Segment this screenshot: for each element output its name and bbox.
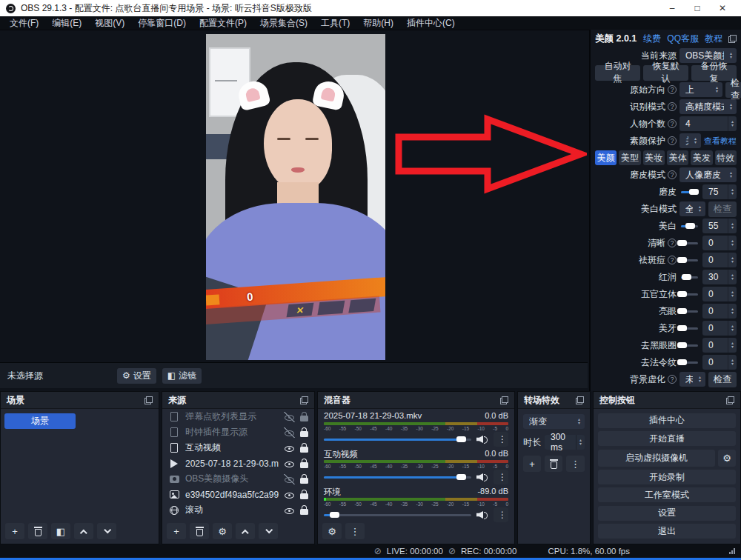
spot-removal-slider[interactable]	[679, 259, 700, 261]
help-icon[interactable]: ?	[668, 239, 677, 247]
autofocus-button[interactable]: 自动对焦	[595, 65, 640, 81]
menu-scene-collection[interactable]: 场景集合(S)	[253, 16, 314, 30]
orientation-check-button[interactable]: 检查	[725, 82, 741, 98]
dark-circle-slider[interactable]	[679, 344, 700, 347]
eye-icon[interactable]	[284, 505, 295, 516]
popout-icon[interactable]	[500, 396, 508, 404]
eye-off-icon[interactable]	[284, 427, 295, 438]
nasolabial-slider[interactable]	[679, 361, 700, 364]
clarity-value-spinner[interactable]: 0▴▾	[702, 236, 737, 250]
help-icon[interactable]: ?	[668, 119, 677, 128]
start-virtual-camera-button[interactable]: 启动虚拟摄像机	[598, 450, 715, 467]
spinner-arrows-icon[interactable]: ▴▾	[576, 435, 585, 450]
restore-default-button[interactable]: 恢复默认	[643, 65, 688, 81]
close-button[interactable]: ✕	[710, 0, 735, 16]
teeth-value-spinner[interactable]: 0▴▾	[702, 321, 737, 336]
source-row[interactable]: 2025-07-18 21-29-03.mkv	[162, 456, 314, 471]
source-row[interactable]: OBS美颜摄像头	[162, 471, 314, 487]
advanced-audio-button[interactable]: ⚙	[322, 523, 342, 539]
menu-edit[interactable]: 编辑(E)	[45, 16, 88, 30]
contour-value-spinner[interactable]: 0▴▾	[702, 287, 737, 301]
start-streaming-button[interactable]: 开始直播	[598, 431, 736, 446]
menu-view[interactable]: 视图(V)	[88, 16, 131, 30]
tab-effects[interactable]: 特效	[715, 150, 737, 165]
rosy-value-spinner[interactable]: 30▴▾	[702, 270, 737, 284]
spinner-arrows-icon[interactable]: ▴▾	[728, 116, 737, 131]
menu-tools[interactable]: 工具(T)	[314, 16, 356, 30]
bright-eyes-value-spinner[interactable]: 0▴▾	[702, 304, 737, 319]
smooth-mode-select[interactable]: 人像磨皮 ▴▾	[679, 167, 737, 182]
menu-help[interactable]: 帮助(H)	[356, 16, 400, 30]
source-row[interactable]: 互动视频	[162, 440, 314, 456]
qq-support-link[interactable]: QQ客服	[667, 33, 699, 45]
transition-menu-button[interactable]: ⋮	[566, 456, 585, 472]
bg-blur-select[interactable]: 未启用 ▴▾	[679, 372, 705, 387]
help-icon[interactable]: ?	[668, 136, 677, 145]
remove-scene-button[interactable]	[28, 523, 47, 539]
volume-slider[interactable]	[324, 476, 471, 479]
mixer-menu-button[interactable]: ⋮	[345, 523, 365, 539]
tab-hair[interactable]: 美发	[691, 150, 712, 165]
bareface-protect-select[interactable]: 关闭 ▴▾	[679, 133, 701, 148]
lock-icon[interactable]	[300, 509, 308, 515]
help-icon[interactable]: ?	[668, 102, 677, 111]
clarity-slider[interactable]	[679, 242, 700, 244]
speaker-icon[interactable]	[476, 510, 488, 519]
studio-mode-button[interactable]: 工作室模式	[598, 487, 736, 502]
source-properties-button[interactable]: ⚙	[213, 523, 232, 539]
smooth-value-spinner[interactable]: 75▴▾	[702, 184, 737, 199]
teeth-whitening-slider[interactable]	[679, 327, 700, 330]
bg-blur-check-button[interactable]: 检查	[708, 372, 737, 387]
tab-beauty[interactable]: 美颜	[595, 150, 617, 165]
source-move-down-button[interactable]	[259, 523, 278, 539]
popout-icon[interactable]	[144, 396, 153, 404]
source-row[interactable]: 滚动	[162, 502, 314, 518]
scene-filters-button[interactable]: ◧	[51, 523, 70, 539]
popout-icon[interactable]	[726, 396, 734, 404]
white-value-spinner[interactable]: 55▴▾	[702, 219, 737, 233]
white-mode-check-button[interactable]: 检查	[708, 201, 737, 217]
contour-slider[interactable]	[679, 293, 700, 296]
speaker-icon[interactable]	[476, 435, 488, 444]
menu-plugin-center[interactable]: 插件中心(C)	[400, 16, 462, 30]
volume-slider[interactable]	[324, 439, 471, 441]
help-icon[interactable]: ?	[668, 375, 677, 384]
nasolabial-value-spinner[interactable]: 0▴▾	[702, 355, 737, 370]
help-icon[interactable]: ?	[668, 170, 677, 179]
spot-value-spinner[interactable]: 0▴▾	[702, 253, 737, 267]
backup-restore-button[interactable]: 备份恢复	[691, 65, 737, 81]
eye-off-icon[interactable]	[284, 474, 295, 484]
smooth-slider[interactable]	[679, 191, 700, 193]
start-recording-button[interactable]: 开始录制	[598, 470, 736, 484]
eye-icon[interactable]	[284, 459, 295, 469]
remove-transition-button[interactable]	[545, 456, 562, 472]
popout-icon[interactable]	[576, 396, 584, 404]
remove-source-button[interactable]	[190, 523, 209, 539]
white-mode-select[interactable]: 全局美白 ▴▾	[679, 201, 705, 216]
duration-spinner[interactable]: 300 ms ▴▾	[545, 435, 585, 450]
help-icon[interactable]: ?	[668, 256, 677, 264]
volume-slider[interactable]	[324, 514, 471, 516]
preview-canvas[interactable]: 0 ✕	[206, 34, 385, 360]
eye-icon[interactable]	[284, 443, 295, 453]
tutorial-link[interactable]: 教程	[705, 33, 722, 45]
lock-icon[interactable]	[300, 462, 308, 468]
bright-eyes-slider[interactable]	[679, 310, 700, 313]
minimize-button[interactable]: –	[659, 0, 685, 16]
channel-menu-button[interactable]: ⋮	[494, 432, 508, 447]
eye-icon[interactable]	[284, 490, 295, 500]
speaker-icon[interactable]	[476, 473, 488, 481]
white-slider[interactable]	[679, 225, 700, 227]
source-row[interactable]: 时钟插件显示源	[162, 424, 314, 440]
popout-icon[interactable]	[728, 35, 737, 43]
eye-off-icon[interactable]	[284, 412, 295, 422]
source-settings-button[interactable]: ⚙ 设置	[117, 368, 156, 384]
add-transition-button[interactable]: +	[523, 456, 541, 472]
virtual-camera-settings-button[interactable]: ⚙	[718, 450, 736, 467]
detect-mode-select[interactable]: 高精度模式 ▴▾	[679, 99, 737, 114]
person-count-spinner[interactable]: 4 ▴▾	[679, 116, 737, 131]
lock-icon[interactable]	[300, 431, 308, 437]
channel-menu-button[interactable]: ⋮	[494, 470, 508, 484]
transition-type-select[interactable]: 渐变 ▴▾	[523, 414, 585, 429]
maximize-button[interactable]: □	[685, 0, 710, 16]
